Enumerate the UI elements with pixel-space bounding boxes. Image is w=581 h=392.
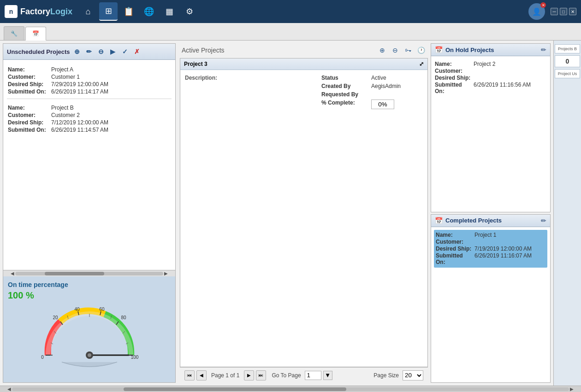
list-item[interactable]: Name: Project A Customer: Customer 1 Des… xyxy=(7,64,172,99)
status-value: Active xyxy=(371,75,386,81)
submitted-label: Submitted On: xyxy=(8,127,49,133)
percent-complete-row: % Complete: xyxy=(321,99,423,109)
add-active-project-button[interactable]: ⊕ xyxy=(377,45,387,55)
tab-wrench[interactable]: 🔧 xyxy=(4,26,24,40)
project-desired-ship-row: Desired Ship: 7/19/2019 12:00:00 AM xyxy=(436,246,545,252)
pagination-bar: ⏮ ◀ Page 1 of 1 ▶ ⏭ Go To Page ▼ Page Si… xyxy=(180,367,428,383)
name-label: Name: xyxy=(8,105,49,111)
project-desired-ship-row: Desired Ship: 7/12/2019 12:00:00 AM xyxy=(8,119,171,126)
bottom-scroll-thumb xyxy=(124,387,346,391)
remove-project-button[interactable]: ⊖ xyxy=(96,47,106,57)
top-navigation: n FactoryLogix ⌂ ⊞ 📋 🌐 ▦ ⚙ 👤 ✕ ─ □ ✕ xyxy=(0,0,581,23)
nav-grid-button[interactable]: ⊞ xyxy=(99,2,118,21)
projects-count: 0 xyxy=(557,58,578,65)
last-page-button[interactable]: ⏭ xyxy=(256,370,266,380)
close-button[interactable]: ✕ xyxy=(569,8,576,15)
created-by-label: Created By xyxy=(321,83,368,89)
percent-label: % Complete: xyxy=(321,99,368,109)
svg-text:80: 80 xyxy=(121,315,126,320)
tab-calendar[interactable]: 📅 xyxy=(25,27,46,41)
expand-icon[interactable]: ⤢ xyxy=(419,61,424,67)
logo-icon: n xyxy=(5,5,18,18)
nav-home-button[interactable]: ⌂ xyxy=(79,2,97,21)
percent-complete-input[interactable] xyxy=(371,99,394,109)
add-project-button[interactable]: ⊕ xyxy=(72,47,82,57)
bottom-scroll-track[interactable] xyxy=(12,387,569,391)
goto-page-input[interactable] xyxy=(305,371,321,380)
horizontal-scrollbar[interactable]: ◀ ▶ xyxy=(3,270,175,276)
desired-ship-label: Desired Ship: xyxy=(435,75,472,81)
scroll-thumb xyxy=(45,272,104,275)
minimize-button[interactable]: ─ xyxy=(551,8,558,15)
project-3-name: Project 3 xyxy=(184,61,208,67)
right-panels: 📅 On Hold Projects ✏ Name: Project 2 Cus… xyxy=(431,43,551,383)
list-item[interactable]: Name: Project 2 Customer: Desired Ship: xyxy=(434,59,547,97)
page-size-select[interactable]: 20 50 100 xyxy=(403,370,423,380)
remove-active-project-button[interactable]: ⊖ xyxy=(390,45,400,55)
scroll-right-arrow[interactable]: ▶ xyxy=(569,386,575,392)
unscheduled-panel-title: Unscheduled Projects xyxy=(7,48,70,55)
project-name-row: Name: Project A xyxy=(8,66,171,73)
clock-button[interactable]: 🕐 xyxy=(416,45,426,55)
scroll-left-arrow[interactable]: ◀ xyxy=(10,271,15,276)
submitted-label: Submitted On: xyxy=(435,82,472,94)
list-item[interactable]: Name: Project B Customer: Customer 2 Des… xyxy=(7,102,172,137)
projects-b-section: Projects B xyxy=(555,44,580,53)
page-info: Page 1 of 1 xyxy=(211,372,239,379)
customer-label: Customer: xyxy=(8,74,49,80)
scroll-right-arrow[interactable]: ▶ xyxy=(163,271,169,276)
approve-project-button[interactable]: ✓ xyxy=(120,47,130,57)
edit-project-button[interactable]: ✏ xyxy=(84,47,94,57)
project-a-name: Project A xyxy=(51,66,73,73)
app-name: FactoryLogix xyxy=(20,7,72,17)
scroll-track[interactable] xyxy=(15,272,163,275)
edit-completed-icon[interactable]: ✏ xyxy=(541,217,546,224)
completed-panel-title: Completed Projects xyxy=(445,217,538,224)
project-card-header[interactable]: Project 3 ⤢ xyxy=(180,59,427,70)
gauge-percentage: 100 % xyxy=(8,290,171,301)
goto-page-dropdown[interactable]: ▼ xyxy=(323,371,332,380)
customer-label: Customer: xyxy=(8,112,49,118)
project-submitted-row: Submitted On: 6/26/2019 11:16:07 AM xyxy=(436,252,545,265)
user-status-badge: ✕ xyxy=(540,2,546,8)
key-button[interactable]: 🗝 xyxy=(403,45,413,55)
nav-clipboard-button[interactable]: 📋 xyxy=(119,2,138,21)
nav-settings-button[interactable]: ⚙ xyxy=(180,2,199,21)
project-2-name: Project 2 xyxy=(474,61,495,67)
scroll-left-arrow[interactable]: ◀ xyxy=(6,386,12,392)
next-page-button[interactable]: ▶ xyxy=(244,370,254,380)
window-controls: ─ □ ✕ xyxy=(551,8,576,15)
status-header-row: Status Active xyxy=(321,75,423,81)
svg-point-21 xyxy=(88,353,91,357)
bottom-scrollbar[interactable]: ◀ ▶ xyxy=(0,386,581,392)
project-customer-row: Customer: xyxy=(436,239,545,245)
move-project-button[interactable]: ▶ xyxy=(108,47,118,57)
project-submitted-row: Submitted On: 6/26/2019 11:14:17 AM xyxy=(8,88,171,95)
active-panel-header: Active Projects ⊕ ⊖ 🗝 🕐 xyxy=(180,43,428,58)
project-name-row: Name: Project B xyxy=(8,105,171,111)
gauge-container: 0 20 40 60 80 100 xyxy=(8,304,171,369)
project-us-section: Project Us xyxy=(555,69,580,78)
project-card-body: Description: Status Active Created By Ae… xyxy=(180,70,427,116)
active-projects-list: Project 3 ⤢ Description: Status Active C… xyxy=(180,58,428,367)
nav-globe-button[interactable]: 🌐 xyxy=(140,2,158,21)
nav-table-button[interactable]: ▦ xyxy=(160,2,178,21)
prev-page-button[interactable]: ◀ xyxy=(196,370,207,380)
project-description: Description: xyxy=(185,75,312,111)
main-content: Unscheduled Projects ⊕ ✏ ⊖ ▶ ✓ ✗ Name: P… xyxy=(0,41,581,392)
edit-hold-icon[interactable]: ✏ xyxy=(541,46,546,53)
status-header: Status xyxy=(321,75,368,81)
reject-project-button[interactable]: ✗ xyxy=(132,47,142,57)
list-item[interactable]: Name: Project 1 Customer: Desired Ship: … xyxy=(434,230,547,268)
restore-button[interactable]: □ xyxy=(560,8,567,15)
project-2-submitted: 6/26/2019 11:16:56 AM xyxy=(474,82,531,94)
first-page-button[interactable]: ⏮ xyxy=(184,370,195,380)
desired-ship-label: Desired Ship: xyxy=(8,81,49,88)
customer-label: Customer: xyxy=(436,239,473,245)
project-b-name: Project B xyxy=(51,105,74,111)
on-hold-panel-title: On Hold Projects xyxy=(445,47,538,53)
user-avatar[interactable]: 👤 ✕ xyxy=(528,3,545,20)
page-size-label: Page Size xyxy=(374,372,399,379)
project-desired-ship-row: Desired Ship: xyxy=(435,75,546,81)
completed-projects-panel: 📅 Completed Projects ✏ Name: Project 1 C… xyxy=(431,214,551,383)
